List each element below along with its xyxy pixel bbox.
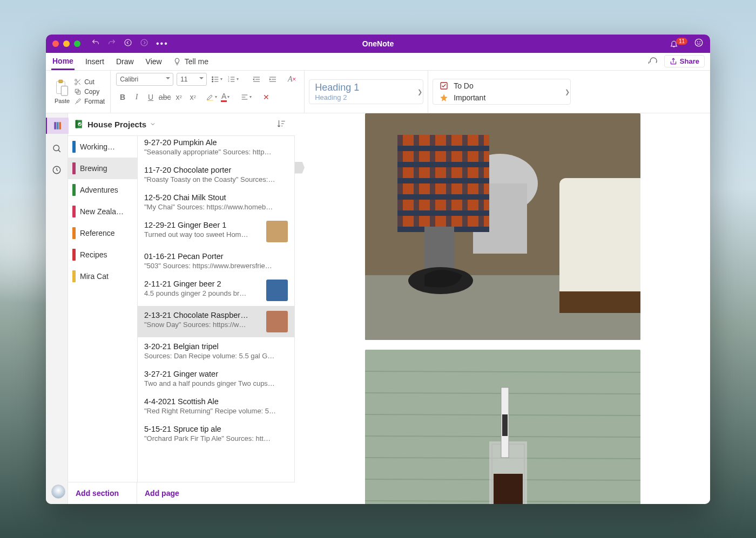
styles-gallery[interactable]: Heading 1 Heading 2 [309,79,423,104]
notebook-name: House Projects [87,120,146,129]
sort-pages-button[interactable] [276,119,286,130]
copy-button[interactable]: Copy [74,88,105,96]
underline-button[interactable]: U [144,91,157,103]
zoom-window-button[interactable] [74,40,80,47]
page-canvas[interactable] [295,113,710,504]
page-preview: "Red Right Returning" Recipe volume: 5… [144,407,288,415]
page-item[interactable]: 5-15-21 Spruce tip ale"Orchard Park Fir … [138,420,294,447]
page-item[interactable]: 9-27-20 Pumpkin Ale"Seasonally appropria… [138,136,294,161]
sections-list: Working…BrewingAdventuresNew Zeala…Refer… [68,136,138,482]
sort-icon [276,119,286,128]
tab-view[interactable]: View [145,54,163,69]
page-item[interactable]: 01-16-21 Pecan Porter"503" Sources: http… [138,247,294,275]
tab-home[interactable]: Home [51,53,75,70]
delete-button[interactable]: ✕ [260,91,273,103]
page-preview: 4.5 pounds ginger 2 pounds br… [144,289,262,297]
add-page-button[interactable]: Add page [137,482,187,504]
indent-button[interactable] [266,73,279,85]
bullets-button[interactable]: ▾ [210,73,223,85]
superscript-button[interactable]: x2 [186,91,199,103]
body: House Projects Working…BrewingAdventures… [46,113,710,504]
search-rail-button[interactable] [52,144,62,155]
minimize-window-button[interactable] [63,40,70,47]
cut-button[interactable]: Cut [74,78,105,86]
font-color-button[interactable]: A▾ [219,91,232,103]
section-item[interactable]: Brewing [68,158,137,179]
outdent-button[interactable] [250,73,263,85]
format-painter-button[interactable]: Format [74,98,105,105]
ribbon-tabs: Home Insert Draw View Tell me Share [46,53,710,71]
page-item[interactable]: 3-20-21 Belgian tripelSources: Dan Recip… [138,337,294,365]
section-item[interactable]: Mira Cat [68,265,137,287]
svg-point-2 [695,39,703,46]
page-item[interactable]: 4-4-2021 Scottish Ale"Red Right Returnin… [138,392,294,420]
numbering-button[interactable]: 123▾ [226,73,239,85]
page-item[interactable]: 12-29-21 Ginger Beer 1Turned out way too… [138,216,294,247]
sync-status-icon[interactable] [648,56,658,67]
tags-expand-icon[interactable]: ❯ [565,88,570,95]
clear-formatting-button[interactable]: A✕ [286,73,299,85]
style-heading1: Heading 1 [315,82,417,93]
tell-me-label: Tell me [185,57,208,66]
feedback-smile-icon[interactable] [694,38,704,50]
paste-button[interactable]: Paste [55,79,70,104]
tags-gallery[interactable]: To Do Important [433,79,571,105]
onenote-window: ••• OneNote 11 Home Insert Draw View Tel… [46,35,710,504]
close-window-button[interactable] [52,40,59,47]
align-button[interactable]: ▾ [239,91,252,103]
page-thumbnail [266,221,288,242]
notebook-picker[interactable]: House Projects [68,113,295,136]
section-color-bar [72,227,76,239]
page-thumbnail [266,280,288,301]
font-family-select[interactable]: Calibri [116,73,173,86]
recent-rail-button[interactable] [52,165,62,177]
tab-insert[interactable]: Insert [84,54,105,69]
subscript-button[interactable]: x2 [172,91,185,103]
section-item[interactable]: Recipes [68,244,137,265]
nav-forward-icon[interactable] [140,38,148,49]
more-icon[interactable]: ••• [156,39,168,49]
embedded-image-1[interactable] [365,113,640,340]
svg-point-14 [212,81,213,82]
section-item[interactable]: Working… [68,136,137,158]
embedded-image-2[interactable] [365,350,640,504]
app-title: OneNote [362,39,394,48]
window-controls [52,40,80,47]
notebooks-rail-button[interactable] [46,118,69,134]
chevron-down-icon [150,121,156,127]
tag-todo[interactable]: To Do [440,81,564,90]
styles-expand-icon[interactable]: ❯ [417,88,422,95]
section-color-bar [72,206,76,217]
section-item[interactable]: Adventures [68,179,137,201]
highlight-button[interactable]: ▾ [205,91,218,103]
nav-back-icon[interactable] [124,38,132,49]
add-section-button[interactable]: Add section [68,482,137,504]
section-item[interactable]: Reference [68,222,137,244]
page-item[interactable]: 3-27-21 Ginger waterTwo and a half pound… [138,365,294,392]
section-item[interactable]: New Zeala… [68,201,137,222]
page-list[interactable]: 9-27-20 Pumpkin Ale"Seasonally appropria… [138,136,294,482]
svg-rect-7 [61,86,68,96]
bulb-icon [173,57,181,66]
tag-important[interactable]: Important [440,93,564,102]
undo-icon[interactable] [91,38,100,49]
account-avatar[interactable] [51,485,65,499]
italic-button[interactable]: I [130,91,143,103]
star-icon [440,93,448,102]
page-item[interactable]: 12-5-20 Chai Milk Stout"My Chai" Sources… [138,188,294,216]
share-button[interactable]: Share [664,55,705,67]
svg-point-1 [141,39,147,46]
svg-point-9 [75,83,77,85]
redo-icon[interactable] [107,38,116,49]
page-item[interactable]: 11-7-20 Chocolate porter"Roasty Toasty o… [138,161,294,188]
page-item[interactable]: 2-11-21 Ginger beer 24.5 pounds ginger 2… [138,275,294,306]
tab-draw[interactable]: Draw [115,54,135,69]
font-size-select[interactable]: 11 [177,73,207,86]
page-item[interactable]: 2-13-21 Chocolate Raspber…"Snow Day" Sou… [138,306,294,337]
notifications-button[interactable]: 11 [670,39,687,48]
strikethrough-button[interactable]: abc [158,91,171,103]
page-preview: Two and a half pounds ginger Two cups… [144,379,288,387]
bold-button[interactable]: B [116,91,129,103]
section-color-bar [72,162,76,174]
tell-me-search[interactable]: Tell me [173,57,208,66]
